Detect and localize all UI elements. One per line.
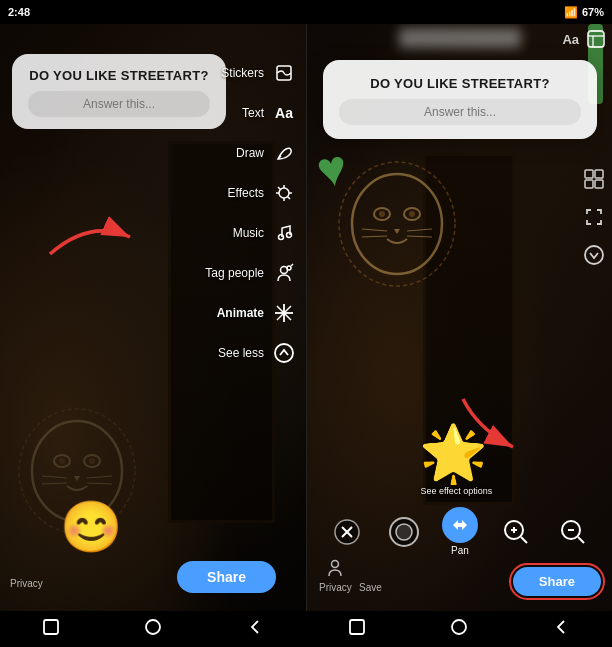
battery-text: 67% (582, 6, 604, 18)
text-label: Text (242, 106, 264, 120)
menu-item-tag[interactable]: Tag people (201, 254, 302, 292)
animate-label: Animate (217, 306, 264, 320)
svg-rect-42 (585, 170, 593, 178)
pan-tool-container: Pan (442, 507, 478, 556)
privacy-right: Privacy (319, 556, 352, 593)
expand-icon[interactable] (579, 202, 609, 232)
see-less-label: See less (218, 346, 264, 360)
svg-point-52 (396, 524, 412, 540)
question-card-left: DO YOU LIKE STREETART? (12, 54, 226, 129)
stickers-icon (270, 59, 298, 87)
menu-item-draw[interactable]: Draw (201, 134, 302, 172)
censored-profile-right (399, 28, 521, 48)
svg-line-36 (362, 236, 387, 237)
svg-rect-44 (585, 180, 593, 188)
svg-point-64 (452, 620, 466, 634)
arrow-annotation-right (448, 389, 538, 463)
svg-rect-45 (595, 180, 603, 188)
svg-point-30 (339, 162, 455, 286)
svg-point-29 (352, 174, 442, 274)
tag-icon (270, 259, 298, 287)
privacy-icon-right[interactable] (324, 556, 346, 580)
share-button-right[interactable]: Share (513, 567, 601, 596)
cancel-tool-icon[interactable] (329, 514, 365, 550)
menu-item-effects[interactable]: Effects (201, 174, 302, 212)
answer-input-right[interactable] (339, 99, 581, 125)
save-label-right: Save (359, 582, 382, 593)
nav-bar (0, 611, 612, 647)
lion-graffiti-right (332, 144, 462, 294)
svg-line-38 (407, 236, 432, 237)
share-button-right-wrapper: Share (509, 563, 605, 600)
status-bar-left: 2:48 (8, 6, 30, 18)
svg-point-33 (379, 211, 385, 217)
nav-back-left[interactable] (225, 613, 285, 646)
record-tool-icon[interactable] (386, 514, 422, 550)
svg-rect-39 (588, 31, 604, 47)
right-panel: ♥ (307, 24, 612, 611)
effects-icon (270, 179, 298, 207)
see-effect-label: See effect options (420, 486, 492, 496)
status-bar-right: 📶 67% (564, 6, 604, 19)
stickers-label: Stickers (221, 66, 264, 80)
nav-right (306, 613, 612, 646)
more-icon-right[interactable] (585, 28, 607, 55)
zoom-out-icon[interactable] (555, 514, 591, 550)
text-icon: Aa (270, 99, 298, 127)
sun-emoji-left: 😊 (60, 498, 122, 556)
question-card-right: DO YOU LIKE STREETART? (323, 60, 597, 139)
pan-tool-icon[interactable] (442, 507, 478, 543)
svg-point-34 (409, 211, 415, 217)
chevron-down-icon[interactable] (579, 240, 609, 270)
svg-line-35 (362, 229, 387, 231)
pan-label: Pan (451, 545, 469, 556)
svg-rect-61 (44, 620, 58, 634)
side-icons-right (579, 164, 609, 270)
menu-item-see-less[interactable]: See less (201, 334, 302, 372)
answer-input-left[interactable] (28, 91, 210, 117)
grid-icon[interactable] (579, 164, 609, 194)
privacy-label-right: Privacy (319, 582, 352, 593)
svg-point-60 (332, 561, 339, 568)
arrow-annotation-left (30, 209, 150, 268)
menu-item-stickers[interactable]: Stickers (201, 54, 302, 92)
draw-icon (270, 139, 298, 167)
svg-point-46 (585, 246, 603, 264)
signal-icon: 📶 (564, 6, 578, 19)
nav-square-right[interactable] (327, 613, 387, 646)
menu-item-music[interactable]: Music (201, 214, 302, 252)
music-label: Music (233, 226, 264, 240)
nav-square-left[interactable] (21, 613, 81, 646)
zoom-in-icon[interactable] (498, 514, 534, 550)
svg-point-22 (287, 266, 291, 270)
effects-label: Effects (228, 186, 264, 200)
right-menu: Stickers Text Aa Draw Effects (201, 54, 302, 372)
animate-icon (270, 299, 298, 327)
see-less-icon (270, 339, 298, 367)
svg-rect-43 (595, 170, 603, 178)
svg-rect-63 (350, 620, 364, 634)
svg-line-37 (407, 229, 432, 231)
status-bar: 2:48 📶 67% (0, 0, 612, 24)
bottom-toolbar: Pan (307, 507, 612, 556)
svg-point-27 (275, 344, 293, 362)
privacy-left: Privacy (10, 578, 43, 589)
svg-point-62 (146, 620, 160, 634)
svg-line-18 (288, 197, 291, 200)
main-content: DO YOU LIKE STREETART? Stickers Text Aa … (0, 24, 612, 611)
aa-text-right[interactable]: Aa (562, 32, 579, 47)
svg-line-17 (278, 187, 281, 190)
menu-item-text[interactable]: Text Aa (201, 94, 302, 132)
svg-line-59 (578, 537, 584, 543)
draw-label: Draw (236, 146, 264, 160)
nav-left (0, 613, 306, 646)
nav-circle-left[interactable] (123, 613, 183, 646)
privacy-label-left: Privacy (10, 578, 43, 589)
nav-back-right[interactable] (531, 613, 591, 646)
tag-label: Tag people (205, 266, 264, 280)
share-button-left[interactable]: Share (177, 561, 276, 593)
left-panel: DO YOU LIKE STREETART? Stickers Text Aa … (0, 24, 306, 611)
nav-circle-right[interactable] (429, 613, 489, 646)
question-title-right: DO YOU LIKE STREETART? (339, 76, 581, 91)
menu-item-animate[interactable]: Animate (201, 294, 302, 332)
